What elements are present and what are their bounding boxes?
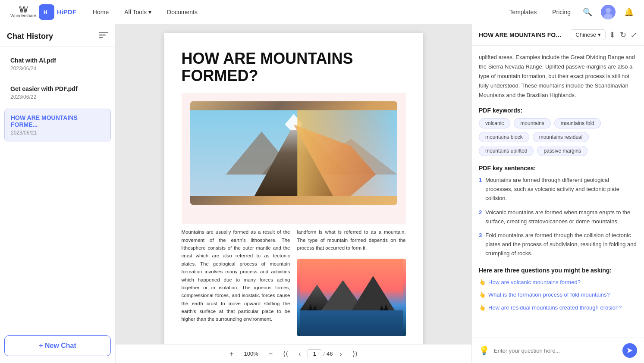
language-label: Chinese	[575, 31, 596, 38]
sidebar-footer: + New Chat	[0, 330, 115, 363]
keywords-heading: PDF keywords:	[479, 107, 637, 114]
pdf-content-area[interactable]: HOW ARE MOUNTAINS FORMED?	[116, 24, 471, 344]
pdf-text-left: Mountains are usually formed as a result…	[182, 228, 290, 336]
question-icon: 👆	[479, 291, 486, 299]
pdf-lake-image	[297, 259, 406, 336]
zoom-in-button[interactable]: +	[226, 348, 237, 360]
chat-list: Chat with AI.pdf 2023/06/24 Get easier w…	[0, 47, 115, 330]
sidebar-header: Chat History	[0, 24, 115, 47]
first-page-button[interactable]: ⟨⟨	[280, 348, 292, 360]
pdf-toolbar: + 100% − ⟨⟨ ‹ / 46 › ⟩⟩	[116, 344, 471, 363]
wondershare-brand: 𝕎 Wondershare	[10, 6, 36, 18]
question-item[interactable]: 👆 What is the formation process of fold …	[479, 291, 637, 299]
new-chat-button[interactable]: + New Chat	[4, 335, 111, 356]
sentence-number: 2	[479, 208, 482, 226]
nav-home[interactable]: Home	[89, 7, 112, 17]
pdf-viewer: HOW ARE MOUNTAINS FORMED?	[116, 24, 471, 363]
pdf-right-column: landform is what is referred to as a mou…	[297, 228, 406, 336]
sidebar-title: Chat History	[7, 32, 53, 41]
chat-item-date: 2023/06/24	[10, 66, 105, 72]
sentence-text: Volcanic mountains are formed when magma…	[485, 208, 637, 226]
question-icon: 👆	[479, 278, 486, 287]
chat-list-item[interactable]: Get easier with PDF.pdf 2023/06/22	[4, 80, 111, 105]
chat-input[interactable]	[494, 347, 618, 354]
nav-pricing[interactable]: Pricing	[549, 7, 574, 17]
question-text: How are residual mountains created throu…	[488, 304, 622, 312]
refresh-button[interactable]: ↻	[620, 30, 626, 40]
question-item[interactable]: 👆 How are volcanic mountains formed?	[479, 278, 637, 287]
keyword-tag[interactable]: mountains fold	[554, 118, 601, 128]
pdf-page: HOW ARE MOUNTAINS FORMED?	[164, 33, 423, 344]
send-button[interactable]	[622, 343, 637, 358]
bell-icon[interactable]: 🔔	[624, 7, 634, 17]
question-text: What is the formation process of fold mo…	[488, 291, 610, 299]
sentence-text: Fold mountains are formed through the co…	[485, 231, 637, 258]
search-icon[interactable]: 🔍	[583, 7, 592, 17]
chat-item-date: 2023/06/22	[10, 94, 105, 100]
top-navigation: 𝕎 Wondershare H HiPDF Home All Tools ▾ D…	[0, 0, 644, 24]
pdf-body-columns: Mountains are usually formed as a result…	[182, 228, 406, 336]
pdf-mountain-image	[190, 101, 397, 205]
chat-list-item[interactable]: Chat with AI.pdf 2023/06/24	[4, 52, 111, 77]
panel-title: HOW ARE MOUNTAINS FORMED...	[479, 31, 565, 38]
chat-list-item-active[interactable]: HOW ARE MOUNTAINS FORME... 2023/06/21	[4, 109, 111, 141]
sidebar: Chat History Chat with AI.pdf 2023/06/24…	[0, 24, 116, 363]
keyword-tag[interactable]: mountains uplifted	[479, 146, 534, 156]
next-page-button[interactable]: ›	[336, 348, 346, 360]
sentence-number: 1	[479, 176, 482, 203]
sentence-text: Mountains are formed through different g…	[485, 176, 637, 203]
keyword-tag[interactable]: mountains block	[479, 132, 529, 142]
chat-input-area: 💡	[472, 338, 644, 363]
keyword-tag[interactable]: mountains residual	[533, 132, 589, 142]
keyword-tag[interactable]: volcanic	[479, 118, 510, 128]
keyword-tag[interactable]: mountains	[514, 118, 550, 128]
question-text: How are volcanic mountains formed?	[488, 278, 581, 287]
last-page-button[interactable]: ⟩⟩	[349, 348, 361, 360]
main-layout: Chat History Chat with AI.pdf 2023/06/24…	[0, 24, 644, 363]
svg-rect-7	[99, 37, 103, 38]
chevron-down-icon: ▾	[148, 9, 151, 16]
zoom-out-button[interactable]: −	[265, 348, 276, 360]
panel-header: HOW ARE MOUNTAINS FORMED... Chinese ▾ ⬇ …	[472, 24, 644, 46]
total-pages: 46	[327, 350, 333, 357]
question-item[interactable]: 👆 How are residual mountains created thr…	[479, 304, 637, 312]
key-sentence: 3 Fold mountains are formed through the …	[479, 231, 637, 258]
keyword-tags: volcanic mountains mountains fold mounta…	[479, 118, 637, 156]
nav-all-tools[interactable]: All Tools ▾	[121, 7, 155, 17]
page-display: / 46	[308, 349, 333, 358]
panel-content: uplifted areas. Examples include the Gre…	[472, 46, 644, 338]
panel-body-text: uplifted areas. Examples include the Gre…	[479, 53, 637, 100]
question-icon: 👆	[479, 304, 486, 312]
share-button[interactable]: ⤢	[631, 30, 637, 40]
page-number-input[interactable]	[308, 349, 321, 358]
keyword-tag[interactable]: passive margins	[537, 146, 587, 156]
hipdf-label: HiPDF	[57, 8, 76, 16]
chat-item-title: HOW ARE MOUNTAINS FORME...	[11, 114, 104, 128]
nav-documents[interactable]: Documents	[163, 7, 201, 17]
key-sentence: 1 Mountains are formed through different…	[479, 176, 637, 203]
lightbulb-icon: 💡	[479, 345, 490, 356]
sentences-heading: PDF key sentences:	[479, 165, 637, 172]
hipdf-icon: H	[39, 4, 54, 20]
language-selector[interactable]: Chinese ▾	[571, 29, 606, 40]
questions-heading: Here are three questions you might be as…	[479, 267, 637, 274]
chevron-down-icon: ▾	[598, 31, 601, 38]
svg-rect-15	[297, 110, 397, 196]
logo[interactable]: 𝕎 Wondershare H HiPDF	[10, 4, 76, 20]
sentence-number: 3	[479, 231, 482, 258]
prev-page-button[interactable]: ‹	[295, 348, 304, 360]
avatar[interactable]	[601, 5, 616, 19]
nav-templates[interactable]: Templates	[506, 7, 540, 17]
right-panel: HOW ARE MOUNTAINS FORMED... Chinese ▾ ⬇ …	[471, 24, 644, 363]
collapse-sidebar-button[interactable]	[99, 32, 108, 41]
key-sentence: 2 Volcanic mountains are formed when mag…	[479, 208, 637, 226]
panel-action-buttons: ⬇ ↻ ⤢	[609, 30, 637, 40]
download-button[interactable]: ⬇	[609, 30, 616, 40]
chat-item-title: Get easier with PDF.pdf	[10, 85, 105, 92]
key-sentences: 1 Mountains are formed through different…	[479, 176, 637, 258]
svg-text:H: H	[44, 9, 47, 16]
chat-item-date: 2023/06/21	[11, 130, 104, 136]
svg-point-3	[606, 8, 611, 13]
svg-rect-5	[99, 32, 108, 33]
questions-section: Here are three questions you might be as…	[479, 267, 637, 312]
